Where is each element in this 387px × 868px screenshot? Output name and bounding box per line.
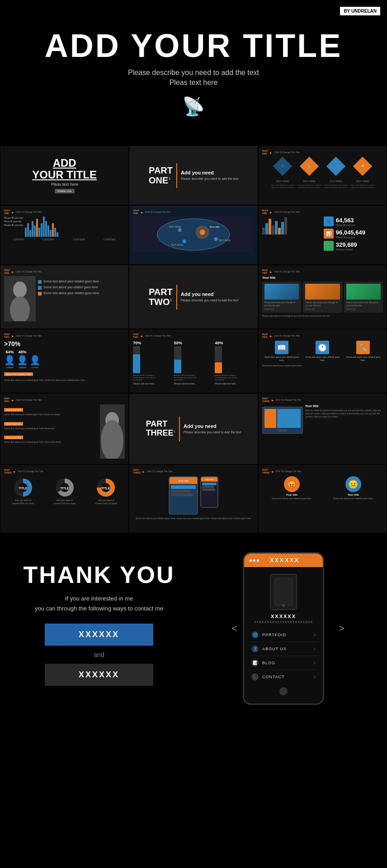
slide-callout-bullets: PARTTWO ▶ Click To Change The Title Abou… <box>0 394 128 464</box>
part-one-desc: Please describe you need to add the text <box>181 177 238 181</box>
click-change: Click To Change The Title <box>274 151 300 154</box>
slide7-header: PARTONE ▶ Click To Change The Title <box>4 269 125 274</box>
slide-row-2: PARTONE ▶ Click To Change The Title Plea… <box>0 206 387 264</box>
stat-3: 📍 329,689 Add your contact <box>324 241 383 251</box>
phone-screen-icon <box>270 574 297 610</box>
slide-row-6: PARTTHREE ▶ Click To Change The Title TI… <box>0 465 387 533</box>
phone-header-title: XXXXXX <box>270 557 300 563</box>
icon-cards-desc: Some text about your related goes here <box>262 364 383 367</box>
diamonds-container: 📍 TEXT HERE Some text about your related… <box>262 160 383 188</box>
menu-arrow-2: › <box>314 646 316 652</box>
menu-icon-3: 📝 <box>251 659 259 666</box>
phone-home-button[interactable] <box>279 687 288 695</box>
slide16-header: PARTTHREE ▶ Click To Change The Title <box>4 469 125 474</box>
part-one-word: PART ONE1 <box>149 165 173 185</box>
svg-text:TITLE: TITLE <box>102 487 111 490</box>
waveform-chart <box>24 216 125 237</box>
slide-part-one-intro: PART ONE1 Add you need Please describe y… <box>129 146 257 205</box>
icon-card-1: 📖 Some text about your related goes here… <box>262 341 302 361</box>
phone-mockup-container: < > XXXXXX <box>198 552 378 705</box>
phone-content-title: XXXXXX <box>249 614 318 619</box>
slide1-btn[interactable]: SmMar Llse <box>55 189 75 193</box>
slide10-header: PARTTWO ▶ Click To Change The Title <box>4 333 125 338</box>
slide-row-4: PARTTWO ▶ Click To Change The Title >70%… <box>0 329 387 393</box>
slide-thermo: PARTTWO ▶ Click To Change The Title 70% … <box>129 329 257 393</box>
phone-menu-item-3[interactable]: 📝 BLOG › <box>249 656 318 670</box>
cards-title: Your title <box>262 276 383 279</box>
svg-point-0 <box>157 219 230 250</box>
slide-row-3: PARTONE ▶ Click To Change The Title <box>0 265 387 328</box>
part-divider <box>176 163 177 188</box>
slide-people-chart: PARTTWO ▶ Click To Change The Title >70%… <box>0 329 128 393</box>
svg-point-8 <box>183 239 186 243</box>
phone-header: XXXXXX <box>244 554 323 567</box>
photo-col <box>100 404 125 460</box>
map-visual: Your title TEXT HERE TEXT HERE TEXT HERE <box>133 216 254 253</box>
hero-subtitle1: Please describe you need to add the text <box>9 69 378 77</box>
menu-arrow-4: › <box>314 674 316 680</box>
phone-menu-item-4[interactable]: 📞 CONTACT › <box>249 670 318 684</box>
part-three-word: PARTTHREE1 <box>146 420 175 438</box>
stat-1: 👤 64,563 Please fill your text <box>324 216 383 226</box>
slide1-title: ADD YOUR TITLE <box>32 157 97 181</box>
svg-text:Your title: Your title <box>209 225 220 228</box>
cards-container: Please describe your though to put into … <box>262 282 383 313</box>
menu-arrow-3: › <box>314 660 316 666</box>
thankyou-left: THANK YOU If you are interested in me yo… <box>9 552 189 695</box>
svg-text:TEXT HERE: TEXT HERE <box>171 244 184 246</box>
menu-label-2: ABOUT US <box>262 647 287 651</box>
contact-btn-1[interactable]: XXXXXX <box>45 624 153 646</box>
face-icons-container: 😡 Your title Some text about your relate… <box>262 476 383 500</box>
phone-nav-right[interactable]: > <box>339 623 345 634</box>
face-icon-2: 😐 Your title Some text about your relate… <box>324 476 383 500</box>
svg-point-11 <box>13 282 27 298</box>
phone-menu-item-1[interactable]: 🌐 PPRTFOID › <box>249 628 318 642</box>
phone-header-dots <box>250 559 259 562</box>
svg-text:TEXT HERE: TEXT HERE <box>169 225 182 228</box>
diamond-3: 📌 TEXT HERE Some text about your related… <box>323 160 348 188</box>
pie-charts-container: TITLE Add you need of contact Add you ne… <box>4 476 125 505</box>
chart-badge: About This Graphic Chart <box>4 372 33 376</box>
pie-3: TITLE Add you need of contact Add you ne… <box>94 476 117 505</box>
menu-label-4: CONTACT <box>262 675 285 679</box>
menu-label-3: BLOG <box>262 661 275 665</box>
menu-label-1: PPRTFOID <box>262 633 286 637</box>
slide-part-two-intro: PARTTWO1 Add you need Please describe yo… <box>129 265 257 328</box>
slide9-header: PARTTWO ▶ Click To Change The Title <box>262 269 383 274</box>
svg-point-2 <box>200 230 205 235</box>
slide4-header: PARTONE ▶ Click To Change The Title <box>4 209 125 215</box>
slide6-header: PARTONE ▶ Click To Change The Title <box>262 209 383 215</box>
svg-point-27 <box>282 604 285 607</box>
contact-btn-2[interactable]: XXXXXX <box>45 664 153 686</box>
icon-cards-container: 📖 Some text about your related goes here… <box>262 341 383 361</box>
phone-content-sub: XXXXXXXXXXXXXXXXXXXXXXX <box>249 620 318 624</box>
slide3-header: PARTONE ▶ Click To Change The Title <box>262 150 383 155</box>
slide-part-three-intro: PARTTHREE1 Add you need Please describe … <box>129 394 257 464</box>
pct-main: >70% <box>4 340 125 347</box>
card-1: Please describe your though to put into … <box>262 282 301 313</box>
slide13-header: PARTTWO ▶ Click To Change The Title <box>4 397 125 403</box>
slide-cards: PARTTWO ▶ Click To Change The Title Your… <box>259 265 387 328</box>
thankyou-line1: If you are interested in me <box>18 594 180 604</box>
face-icon-1: 😡 Your title Some text about your relate… <box>262 476 321 500</box>
slide-face-icons: PARTTHREE ▶ Click To Change The Title 😡 … <box>259 465 387 533</box>
slide-device: PARTTHREE ▶ Click To Change The Title Yo… <box>129 465 257 533</box>
svg-rect-26 <box>274 578 293 605</box>
thermo-container: 70% Add you need of contact if necessari… <box>133 341 254 388</box>
thermo-2: 50% Add you need of contact if necessari… <box>174 341 213 385</box>
phone-nav-left[interactable]: < <box>231 623 237 634</box>
and-text: and <box>18 651 180 658</box>
slide-row-5: PARTTWO ▶ Click To Change The Title Abou… <box>0 394 387 464</box>
thankyou-section: THANK YOU If you are interested in me yo… <box>0 534 387 714</box>
phone-menu-item-2[interactable]: 👤 ABOUT US › <box>249 642 318 656</box>
phone-device: Your title <box>200 476 218 508</box>
slide-add-title: ADD YOUR TITLE Pleas text here SmMar Lls… <box>0 146 128 205</box>
slide17-header: PARTTHREE ▶ Click To Change The Title <box>133 469 254 474</box>
slide-row-1: ADD YOUR TITLE Pleas text here SmMar Lls… <box>0 146 387 205</box>
slide11-header: PARTTWO ▶ Click To Change The Title <box>133 333 254 338</box>
slide12-header: PARTTWO ▶ Click To Change The Title <box>262 333 383 338</box>
waveform-labels: CONTANT CONSTANT CONSTANT CONSTANT <box>4 238 125 241</box>
thermo-1: 70% Add you need of contact if necessari… <box>133 341 172 385</box>
monitor-content: Your title Add you need of contact if ne… <box>262 404 383 436</box>
svg-point-6 <box>214 237 218 241</box>
